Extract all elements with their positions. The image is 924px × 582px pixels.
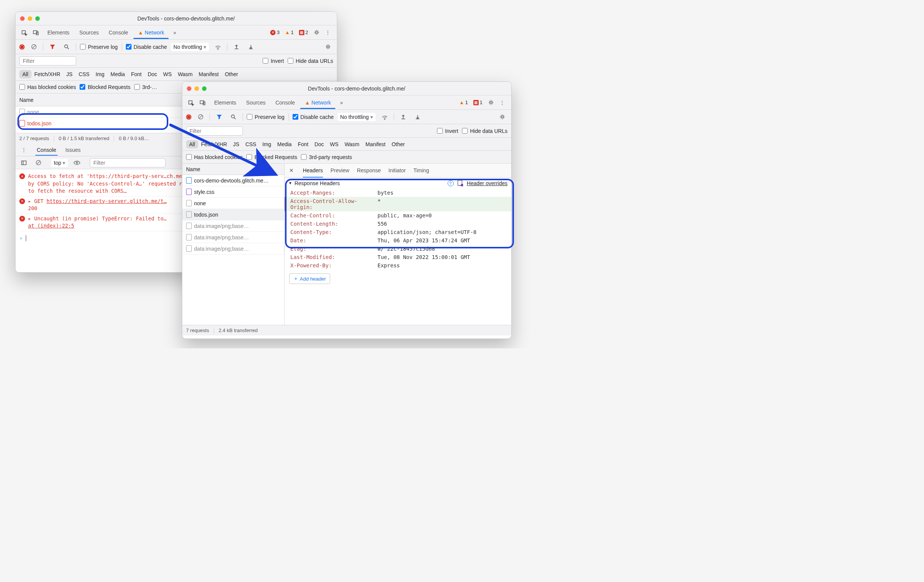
filter-all[interactable]: All: [19, 70, 31, 78]
network-settings-icon[interactable]: [497, 112, 508, 122]
third-party-checkbox[interactable]: 3rd-party requests: [301, 154, 352, 160]
device-toolbar-icon[interactable]: [198, 97, 208, 108]
filter-input[interactable]: [19, 56, 76, 66]
device-toolbar-icon[interactable]: [31, 27, 41, 38]
record-button[interactable]: [19, 44, 25, 49]
blocked-count-badge[interactable]: ▦2: [297, 29, 310, 36]
zoom-icon[interactable]: [35, 16, 40, 21]
export-har-icon[interactable]: [412, 112, 423, 122]
minimize-icon[interactable]: [195, 86, 199, 91]
help-icon[interactable]: ?: [447, 180, 454, 186]
filter-manifest[interactable]: Manifest: [362, 140, 388, 148]
third-party-checkbox[interactable]: 3rd-…: [134, 84, 157, 90]
network-settings-icon[interactable]: [323, 42, 333, 52]
eye-icon[interactable]: [72, 158, 82, 168]
tab-elements[interactable]: Elements: [43, 26, 74, 39]
network-conditions-icon[interactable]: [213, 42, 223, 52]
blocked-requests-checkbox[interactable]: Blocked Requests: [246, 154, 297, 160]
detail-tab-headers[interactable]: Headers: [303, 166, 323, 175]
inspect-icon[interactable]: [19, 27, 30, 38]
filter-font[interactable]: Font: [295, 140, 312, 148]
warning-count-badge[interactable]: ▲1: [283, 29, 296, 36]
more-tabs-icon[interactable]: »: [169, 27, 180, 38]
search-icon[interactable]: [61, 42, 72, 52]
filter-other[interactable]: Other: [222, 70, 241, 78]
tab-network[interactable]: ▲ Network: [134, 26, 169, 39]
detail-tab-timing[interactable]: Timing: [414, 166, 429, 175]
tab-network[interactable]: ▲ Network: [300, 97, 335, 109]
tab-elements[interactable]: Elements: [210, 97, 241, 109]
import-har-icon[interactable]: [231, 42, 242, 52]
tab-sources[interactable]: Sources: [241, 97, 270, 109]
drawer-kebab-icon[interactable]: ⋮: [18, 145, 29, 155]
column-name[interactable]: Name: [182, 164, 284, 174]
throttling-select[interactable]: No throttling ▾: [338, 113, 376, 121]
blocked-count-badge[interactable]: ▦1: [471, 99, 485, 106]
hide-data-urls-checkbox[interactable]: Hide data URLs: [462, 128, 508, 134]
filter-img[interactable]: Img: [92, 70, 107, 78]
invert-checkbox[interactable]: Invert: [262, 58, 284, 64]
filter-img[interactable]: Img: [259, 140, 274, 148]
clear-icon[interactable]: [28, 42, 39, 52]
detail-tab-response[interactable]: Response: [357, 166, 381, 175]
blocked-requests-checkbox[interactable]: Blocked Requests: [79, 84, 130, 90]
search-icon[interactable]: [228, 112, 239, 122]
table-row[interactable]: data:image/png;base…: [182, 220, 284, 232]
blocked-cookies-checkbox[interactable]: Has blocked cookies: [186, 154, 243, 160]
drawer-tab-console[interactable]: Console: [35, 145, 58, 155]
inspect-icon[interactable]: [186, 97, 197, 108]
table-row-selected[interactable]: todos.json: [182, 209, 284, 220]
filter-ws[interactable]: WS: [160, 70, 175, 78]
settings-icon[interactable]: [311, 27, 322, 38]
tab-console[interactable]: Console: [271, 97, 299, 109]
filter-media[interactable]: Media: [108, 70, 128, 78]
filter-font[interactable]: Font: [128, 70, 145, 78]
filter-fetch-xhr[interactable]: Fetch/XHR: [198, 140, 230, 148]
disable-cache-checkbox[interactable]: Disable cache: [126, 44, 167, 50]
filter-wasm[interactable]: Wasm: [342, 140, 362, 148]
filter-css[interactable]: CSS: [242, 140, 259, 148]
throttling-select[interactable]: No throttling ▾: [171, 43, 209, 51]
filter-icon[interactable]: [47, 42, 58, 52]
table-row[interactable]: data:image/png;base…: [182, 243, 284, 255]
clear-icon[interactable]: [195, 112, 206, 122]
detail-tab-initiator[interactable]: Initiator: [388, 166, 406, 175]
filter-css[interactable]: CSS: [76, 70, 92, 78]
settings-icon[interactable]: [485, 97, 496, 108]
export-har-icon[interactable]: [246, 42, 256, 52]
filter-input[interactable]: [186, 127, 243, 136]
filter-all[interactable]: All: [186, 140, 198, 148]
record-button[interactable]: [186, 114, 191, 120]
preserve-log-checkbox[interactable]: Preserve log: [247, 114, 285, 120]
blocked-cookies-checkbox[interactable]: Has blocked cookies: [19, 84, 76, 90]
table-row[interactable]: data:image/png;base…: [182, 232, 284, 243]
table-row[interactable]: style.css: [182, 186, 284, 198]
close-icon[interactable]: [20, 16, 25, 21]
close-icon[interactable]: [187, 86, 191, 91]
filter-doc[interactable]: Doc: [312, 140, 327, 148]
more-tabs-icon[interactable]: »: [336, 97, 347, 108]
filter-manifest[interactable]: Manifest: [196, 70, 222, 78]
filter-media[interactable]: Media: [274, 140, 295, 148]
preserve-log-checkbox[interactable]: Preserve log: [80, 44, 118, 50]
network-conditions-icon[interactable]: [380, 112, 390, 122]
filter-js[interactable]: JS: [63, 70, 76, 78]
response-headers-section[interactable]: ▼ Response Headers ? Header overrides: [285, 178, 511, 189]
tab-console[interactable]: Console: [104, 26, 133, 39]
filter-js[interactable]: JS: [230, 140, 242, 148]
sidebar-toggle-icon[interactable]: [18, 158, 29, 168]
table-row[interactable]: none: [182, 198, 284, 209]
filter-doc[interactable]: Doc: [145, 70, 160, 78]
context-select[interactable]: top ▾: [51, 159, 68, 167]
close-detail-icon[interactable]: ✕: [289, 168, 294, 173]
minimize-icon[interactable]: [28, 16, 32, 21]
console-filter-input[interactable]: [90, 158, 166, 168]
zoom-icon[interactable]: [202, 86, 206, 91]
invert-checkbox[interactable]: Invert: [437, 128, 458, 134]
tab-sources[interactable]: Sources: [75, 26, 103, 39]
warning-count-badge[interactable]: ▲1: [457, 99, 470, 106]
filter-ws[interactable]: WS: [327, 140, 342, 148]
disable-cache-checkbox[interactable]: Disable cache: [293, 114, 334, 120]
header-overrides-link[interactable]: Header overrides: [467, 180, 508, 186]
kebab-menu-icon[interactable]: ⋮: [323, 27, 333, 38]
